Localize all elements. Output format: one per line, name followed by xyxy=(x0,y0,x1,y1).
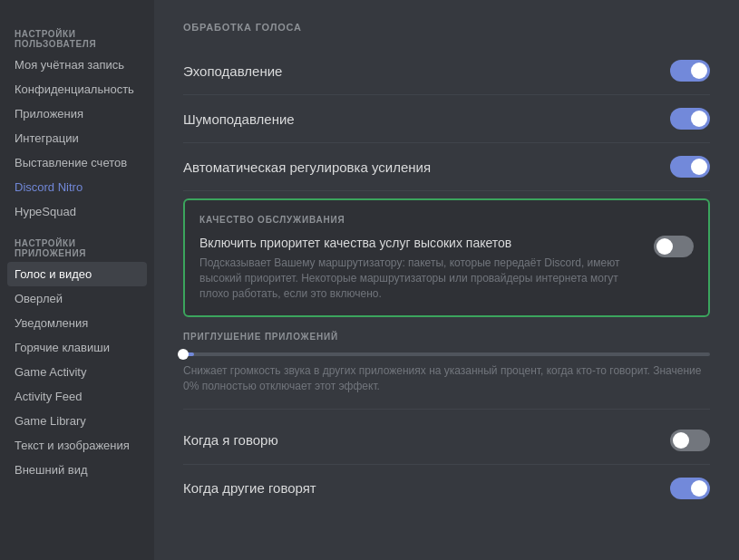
noise-setting-row: Шумоподавление xyxy=(183,95,710,143)
user-settings-label: НАСТРОЙКИ ПОЛЬЗОВАТЕЛЯ xyxy=(7,22,147,53)
sidebar: НАСТРОЙКИ ПОЛЬЗОВАТЕЛЯ Моя учётная запис… xyxy=(0,0,154,560)
attenuation-slider-thumb xyxy=(178,349,189,360)
attenuation-slider-container[interactable] xyxy=(183,352,710,356)
divider xyxy=(183,409,710,410)
voice-processing-title: ОБРАБОТКА ГОЛОСА xyxy=(183,22,710,33)
echo-toggle[interactable] xyxy=(670,60,710,82)
sidebar-item-game-activity[interactable]: Game Activity xyxy=(7,360,147,384)
qos-toggle[interactable] xyxy=(654,236,694,257)
attenuation-description: Снижает громкость звука в других приложе… xyxy=(183,363,710,394)
app-settings-label: НАСТРОЙКИ ПРИЛОЖЕНИЯ xyxy=(7,231,147,262)
qos-text: Включить приоритет качества услуг высоки… xyxy=(199,236,639,301)
echo-label: Эхоподавление xyxy=(183,63,282,79)
sidebar-item-voice-video[interactable]: Голос и видео xyxy=(7,262,147,286)
qos-description: Подсказывает Вашему маршрутизатору: паке… xyxy=(199,256,639,301)
when-others-speak-label: Когда другие говорят xyxy=(183,480,316,496)
sidebar-item-text-images[interactable]: Текст и изображения xyxy=(7,433,147,458)
when-i-speak-label: Когда я говорю xyxy=(183,432,278,448)
attenuation-title: ПРИГЛУШЕНИЕ ПРИЛОЖЕНИЙ xyxy=(183,332,710,342)
when-others-speak-row: Когда другие говорят xyxy=(183,465,710,512)
sidebar-item-activity-feed[interactable]: Activity Feed xyxy=(7,384,147,409)
sidebar-item-discord-nitro[interactable]: Discord Nitro xyxy=(7,175,147,199)
attenuation-section: ПРИГЛУШЕНИЕ ПРИЛОЖЕНИЙ Снижает громкость… xyxy=(183,332,710,394)
when-others-speak-toggle-slider xyxy=(670,478,710,499)
qos-toggle-slider xyxy=(654,236,694,257)
auto-gain-setting-row: Автоматическая регулировка усиления xyxy=(183,143,710,191)
when-i-speak-toggle[interactable] xyxy=(670,430,710,451)
sidebar-item-apps[interactable]: Приложения xyxy=(7,101,147,126)
sidebar-item-notifications[interactable]: Уведомления xyxy=(7,311,147,335)
when-others-speak-toggle[interactable] xyxy=(670,478,710,499)
sidebar-item-game-library[interactable]: Game Library xyxy=(7,409,147,433)
main-content: ОБРАБОТКА ГОЛОСА Эхоподавление Шумоподав… xyxy=(154,0,739,560)
sidebar-item-billing[interactable]: Выставление счетов xyxy=(7,150,147,175)
echo-setting-row: Эхоподавление xyxy=(183,47,710,95)
sidebar-item-my-account[interactable]: Моя учётная запись xyxy=(7,53,147,77)
qos-section: КАЧЕСТВО ОБСЛУЖИВАНИЯ Включить приоритет… xyxy=(183,198,710,317)
sidebar-item-overlay[interactable]: Оверлей xyxy=(7,286,147,311)
when-i-speak-toggle-slider xyxy=(670,430,710,451)
sidebar-item-hotkeys[interactable]: Горячие клавиши xyxy=(7,335,147,360)
sidebar-item-hypesquad[interactable]: HypeSquad xyxy=(7,199,147,224)
sidebar-item-privacy[interactable]: Конфиденциальность xyxy=(7,77,147,101)
auto-gain-label: Автоматическая регулировка усиления xyxy=(183,159,431,175)
qos-main-label: Включить приоритет качества услуг высоки… xyxy=(199,236,639,250)
when-i-speak-row: Когда я говорю xyxy=(183,417,710,465)
sidebar-item-appearance[interactable]: Внешний вид xyxy=(7,458,147,482)
echo-toggle-slider xyxy=(670,60,710,82)
auto-gain-toggle[interactable] xyxy=(670,156,710,178)
auto-gain-toggle-slider xyxy=(670,156,710,178)
noise-toggle-slider xyxy=(670,108,710,130)
noise-toggle[interactable] xyxy=(670,108,710,130)
qos-row: Включить приоритет качества услуг высоки… xyxy=(199,236,694,301)
sidebar-item-integrations[interactable]: Интеграции xyxy=(7,126,147,150)
qos-title: КАЧЕСТВО ОБСЛУЖИВАНИЯ xyxy=(199,215,694,225)
attenuation-slider-track xyxy=(183,352,710,356)
noise-label: Шумоподавление xyxy=(183,111,295,127)
